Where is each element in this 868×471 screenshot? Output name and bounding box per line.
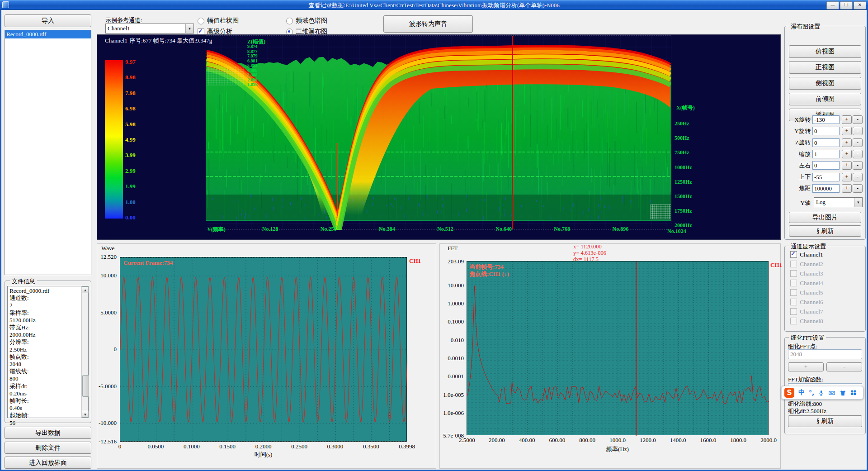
channel-checkbox-icon[interactable] bbox=[790, 261, 797, 267]
skin-icon[interactable] bbox=[840, 390, 846, 396]
scroll-down-icon[interactable]: ▼ bbox=[82, 411, 89, 418]
decrement-button[interactable]: - bbox=[853, 150, 863, 158]
view-button[interactable]: 前倾图 bbox=[789, 93, 861, 105]
rotation-spinners: X旋转 -130 + - Y旋转 0 + - Z旋转 0 + - 缩放 1 bbox=[787, 114, 863, 194]
fft-points-input[interactable]: 2048 bbox=[788, 349, 862, 359]
channel-checkbox-icon[interactable] bbox=[790, 308, 797, 315]
channel-checkbox-row[interactable]: Channel6 bbox=[790, 297, 823, 307]
decrement-button[interactable]: - bbox=[853, 127, 863, 135]
wave-x-tick: 0.3998 bbox=[399, 443, 415, 450]
option-control-icon[interactable] bbox=[286, 18, 293, 24]
view-button[interactable]: 侧视图 bbox=[789, 77, 861, 90]
frame-tick: No.896 bbox=[591, 226, 650, 233]
yaxis-mode-select[interactable]: Log ▼ bbox=[814, 197, 863, 207]
channel-checkbox-row[interactable]: Channel4 bbox=[790, 278, 823, 288]
channel-checkbox-icon[interactable] bbox=[790, 318, 797, 324]
channel-checkbox-icon[interactable] bbox=[790, 270, 797, 277]
spinner-input[interactable]: -55 bbox=[812, 173, 840, 181]
increment-button[interactable]: + bbox=[842, 184, 852, 193]
decrement-button[interactable]: - bbox=[853, 138, 863, 147]
decrement-button[interactable]: - bbox=[853, 184, 863, 193]
export-image-button[interactable]: 导出图片 bbox=[789, 212, 861, 223]
increment-button[interactable]: + bbox=[842, 115, 852, 124]
fileinfo-scrollbar[interactable]: ▲ ▼ bbox=[81, 286, 88, 418]
channel-checkbox-row[interactable]: Channel8 bbox=[790, 316, 823, 326]
channel-checkbox-icon[interactable] bbox=[790, 299, 797, 305]
fft-points-plus-button[interactable]: + bbox=[788, 362, 824, 371]
wave-to-sound-button[interactable]: 波形转为声音 bbox=[383, 15, 473, 33]
toolbox-icon[interactable] bbox=[850, 390, 857, 396]
channel-checkbox-row[interactable]: Channel3 bbox=[790, 269, 823, 278]
channel-checkbox-row[interactable]: Channel5 bbox=[790, 288, 823, 297]
minimize-button[interactable]: — bbox=[826, 1, 839, 10]
fft-y-tick: 10.000 bbox=[448, 282, 464, 289]
close-button[interactable]: ✕ bbox=[854, 1, 866, 10]
waterfall-refresh-button[interactable]: § 刷新 bbox=[789, 225, 861, 237]
spinner-input[interactable]: 1 bbox=[812, 150, 840, 158]
import-button[interactable]: 导入 bbox=[5, 14, 91, 27]
spinner-input[interactable]: 0 bbox=[812, 161, 840, 170]
spinner-input[interactable]: 100000 bbox=[812, 184, 840, 193]
maximize-button[interactable]: ❐ bbox=[840, 1, 853, 10]
fft-plot[interactable] bbox=[467, 261, 769, 435]
freq-tick: 750Hz bbox=[675, 149, 692, 164]
fft-x-tick: 1800.0 bbox=[730, 437, 746, 444]
fft-window-label: FFT加窗函数: bbox=[788, 376, 823, 384]
spinner-input[interactable]: 0 bbox=[812, 127, 840, 135]
keyboard-icon[interactable] bbox=[828, 390, 835, 396]
view-buttons: 俯视图正视图侧视图前倾图透视图 bbox=[789, 45, 861, 124]
spinner-input[interactable]: 0 bbox=[812, 138, 840, 147]
frame-tick: No.512 bbox=[416, 226, 474, 233]
ime-toolbar[interactable]: S 中 °, bbox=[781, 386, 863, 400]
decrement-button[interactable]: - bbox=[853, 173, 863, 181]
view-button[interactable]: 俯视图 bbox=[789, 45, 861, 58]
spinner-label: 左右 bbox=[787, 162, 811, 170]
fileinfo-line: 带宽Hz: bbox=[9, 324, 80, 331]
fileinfo-line: 帧点数: bbox=[9, 353, 80, 361]
channel-checkbox-icon[interactable] bbox=[790, 280, 797, 286]
decrement-button[interactable]: - bbox=[853, 161, 863, 170]
scrollbar-thumb[interactable] bbox=[82, 375, 89, 397]
fft-x-tick: 1600.0 bbox=[700, 437, 717, 444]
fft-points-minus-button[interactable]: - bbox=[826, 362, 862, 371]
file-list[interactable]: Record_0000.rdf bbox=[5, 30, 91, 275]
channel-checkbox-icon[interactable] bbox=[790, 251, 797, 258]
increment-button[interactable]: + bbox=[842, 138, 852, 147]
microphone-icon[interactable] bbox=[818, 390, 824, 396]
decrement-button[interactable]: - bbox=[853, 115, 863, 124]
waterfall-plot[interactable] bbox=[206, 35, 671, 230]
increment-button[interactable]: + bbox=[842, 161, 852, 170]
channel-label: Channel1 bbox=[800, 251, 823, 258]
channel-checkbox-row[interactable]: Channel1 bbox=[790, 250, 823, 259]
export-data-button[interactable]: 导出数据 bbox=[5, 427, 91, 439]
view-button[interactable]: 正视图 bbox=[789, 61, 861, 74]
display-mode-option[interactable]: 幅值柱状图 bbox=[198, 15, 286, 26]
sogou-logo-icon[interactable]: S bbox=[784, 388, 794, 398]
scroll-up-icon[interactable]: ▲ bbox=[82, 286, 89, 293]
waterfall-colorbar bbox=[105, 60, 123, 219]
frame-tick: No.640 bbox=[475, 226, 533, 233]
increment-button[interactable]: + bbox=[842, 173, 852, 181]
chinese-mode-icon[interactable]: 中 bbox=[798, 389, 805, 397]
chevron-down-icon[interactable]: ▼ bbox=[854, 198, 862, 207]
channel-select[interactable]: Channel1 ▼ bbox=[105, 24, 194, 33]
increment-button[interactable]: + bbox=[842, 127, 852, 135]
fileinfo-line: 2048 bbox=[9, 361, 80, 368]
fft-cursor-x: x= 1120.000 bbox=[573, 243, 602, 250]
fileinfo-title: 文件信息 bbox=[10, 277, 37, 285]
wave-plot[interactable] bbox=[120, 257, 407, 442]
file-list-item[interactable]: Record_0000.rdf bbox=[5, 30, 91, 38]
punctuation-icon[interactable]: °, bbox=[809, 389, 814, 396]
option-control-icon[interactable] bbox=[198, 18, 204, 24]
fft-settings-title: 细化FFT设置 bbox=[789, 334, 826, 342]
enter-playback-button[interactable]: 进入回放界面 bbox=[5, 457, 91, 469]
spinner-input[interactable]: -130 bbox=[812, 115, 840, 124]
chevron-down-icon[interactable]: ▼ bbox=[185, 24, 193, 33]
fft-refresh-button[interactable]: § 刷新 bbox=[788, 415, 862, 427]
channel-checkbox-row[interactable]: Channel7 bbox=[790, 307, 823, 316]
display-mode-option[interactable]: 频域色谱图 bbox=[286, 15, 375, 26]
channel-checkbox-row[interactable]: Channel2 bbox=[790, 259, 823, 269]
increment-button[interactable]: + bbox=[842, 150, 852, 158]
delete-file-button[interactable]: 删除文件 bbox=[5, 442, 91, 454]
channel-checkbox-icon[interactable] bbox=[790, 289, 797, 296]
